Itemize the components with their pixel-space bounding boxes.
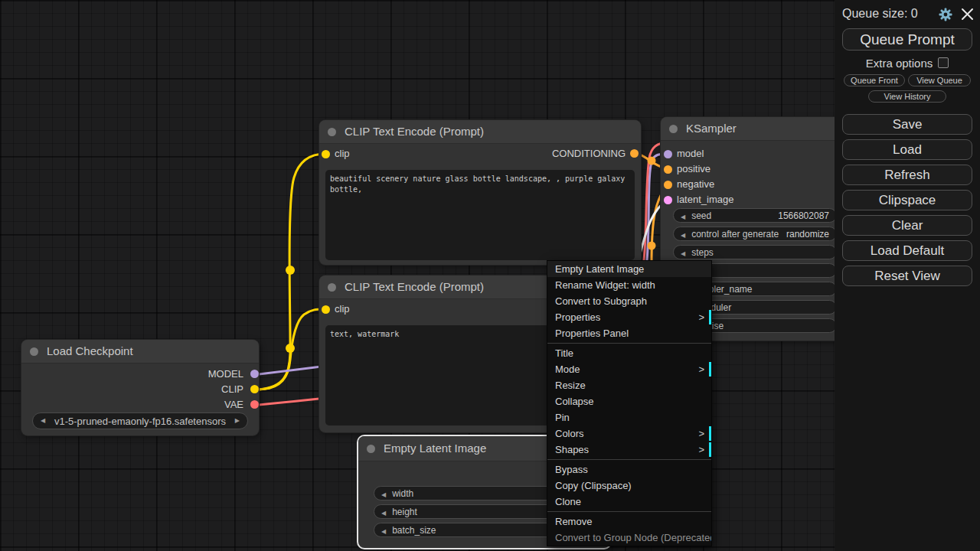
- node-title-bar[interactable]: KSampler: [661, 117, 848, 141]
- link-midpoint-dot[interactable]: [286, 266, 295, 275]
- clear-button[interactable]: Clear: [842, 215, 972, 236]
- view-history-button[interactable]: View History: [868, 90, 946, 103]
- menu-item-copy-clipspace[interactable]: Copy (Clipspace): [547, 478, 711, 494]
- submenu-arrow-icon: >: [698, 425, 704, 442]
- load-default-button[interactable]: Load Default: [842, 240, 972, 261]
- input-label-latent-image: latent_image: [677, 194, 733, 205]
- input-port-clip[interactable]: [322, 150, 330, 158]
- node-title-bar[interactable]: CLIP Text Encode (Prompt): [319, 120, 641, 144]
- clipspace-button[interactable]: Clipspace: [842, 190, 972, 210]
- load-button[interactable]: Load: [842, 139, 972, 160]
- queue-front-button[interactable]: Queue Front: [844, 74, 905, 86]
- menu-item-rename-widget[interactable]: Rename Widget: width: [547, 277, 711, 293]
- widget-control-after-generate[interactable]: control after generaterandomize: [673, 227, 837, 241]
- submenu-arrow-icon: >: [698, 442, 704, 458]
- menu-item-remove[interactable]: Remove: [547, 514, 711, 530]
- menu-item-shapes[interactable]: Shapes>: [547, 442, 711, 458]
- menu-item-resize[interactable]: Resize: [547, 377, 711, 393]
- widget-seed[interactable]: seed1566802087: [673, 208, 837, 223]
- input-port-positive[interactable]: [664, 165, 672, 174]
- widget-ckpt-name[interactable]: v1-5-pruned-emaonly-fp16.safetensors: [32, 412, 248, 429]
- widget-steps[interactable]: steps: [673, 245, 837, 259]
- menu-item-colors[interactable]: Colors>: [547, 425, 711, 442]
- menu-item-clone[interactable]: Clone: [547, 494, 711, 510]
- menu-item-pin[interactable]: Pin: [547, 409, 711, 425]
- stepper-left-icon[interactable]: [381, 507, 392, 517]
- collapse-dot-icon[interactable]: [669, 125, 678, 133]
- menu-item-convert-to-group-node[interactable]: Convert to Group Node (Deprecated): [547, 530, 711, 546]
- widget-label: height: [392, 507, 417, 517]
- input-port-clip[interactable]: [322, 305, 330, 314]
- widget-label: batch_size: [392, 525, 436, 536]
- comfyui-canvas[interactable]: CLIP Text Encode (Prompt) clip CONDITION…: [0, 0, 980, 551]
- menu-item-collapse[interactable]: Collapse: [547, 393, 711, 409]
- input-port-latent-image[interactable]: [664, 196, 672, 204]
- output-label-model: MODEL: [208, 369, 243, 380]
- stepper-left-icon[interactable]: [381, 525, 392, 536]
- menu-item-mode[interactable]: Mode>: [547, 361, 711, 377]
- widget-label: seed: [691, 210, 711, 221]
- menu-divider: [547, 459, 711, 460]
- input-port-negative[interactable]: [664, 181, 672, 189]
- extra-options-row: Extra options: [835, 57, 980, 70]
- menu-item-convert-to-subgraph[interactable]: Convert to Subgraph: [547, 293, 711, 309]
- node-context-menu: Empty Latent Image Rename Widget: width …: [547, 260, 712, 546]
- extra-options-label: Extra options: [866, 57, 933, 70]
- widget-value: v1-5-pruned-emaonly-fp16.safetensors: [54, 416, 226, 427]
- reset-view-button[interactable]: Reset View: [842, 266, 972, 286]
- menu-item-properties-panel[interactable]: Properties Panel: [547, 325, 711, 341]
- stepper-left-icon[interactable]: [681, 229, 691, 240]
- menu-item-bypass[interactable]: Bypass: [547, 461, 711, 478]
- view-queue-button[interactable]: View Queue: [908, 74, 971, 86]
- menu-item-title[interactable]: Title: [547, 345, 711, 361]
- link-midpoint-dot[interactable]: [648, 242, 656, 250]
- input-label-clip: clip: [335, 304, 350, 315]
- prompt-textarea[interactable]: beautiful scenery nature glass bottle la…: [325, 170, 635, 260]
- collapse-dot-icon[interactable]: [328, 283, 336, 292]
- refresh-button[interactable]: Refresh: [842, 165, 972, 185]
- output-port-clip[interactable]: [250, 385, 259, 393]
- submenu-arrow-icon: >: [698, 309, 704, 325]
- output-port-model[interactable]: [250, 370, 259, 378]
- menu-divider: [547, 343, 711, 344]
- output-label-clip: CLIP: [221, 384, 243, 395]
- output-port-conditioning[interactable]: [630, 149, 639, 158]
- node-title: Load Checkpoint: [47, 344, 133, 357]
- collapse-dot-icon[interactable]: [30, 347, 38, 356]
- output-port-vae[interactable]: [250, 400, 259, 409]
- node-load-checkpoint[interactable]: Load Checkpoint MODEL CLIP VAE v1-5-prun…: [21, 340, 259, 435]
- input-label-clip: clip: [335, 148, 350, 159]
- queue-size-label: Queue size: 0: [842, 7, 918, 21]
- menu-divider: [547, 511, 711, 512]
- widget-label: width: [392, 488, 413, 499]
- node-clip-text-encode-positive[interactable]: CLIP Text Encode (Prompt) clip CONDITION…: [319, 120, 641, 265]
- widget-value: randomize: [786, 229, 829, 240]
- queue-sidebar: Queue size: 0 Queue Prompt Extra options…: [835, 0, 980, 551]
- stepper-left-icon[interactable]: [681, 247, 691, 258]
- input-port-model[interactable]: [664, 150, 672, 158]
- context-menu-title: Empty Latent Image: [547, 261, 711, 277]
- extra-options-checkbox[interactable]: [938, 57, 949, 68]
- save-button[interactable]: Save: [842, 114, 972, 135]
- node-title: KSampler: [686, 122, 737, 135]
- input-label-model: model: [677, 148, 704, 159]
- close-icon[interactable]: [961, 8, 974, 21]
- output-label-conditioning: CONDITIONING: [552, 148, 626, 159]
- widget-value: 1566802087: [778, 210, 829, 221]
- menu-item-properties[interactable]: Properties>: [547, 309, 711, 325]
- stepper-left-icon[interactable]: [381, 488, 392, 499]
- settings-gear-icon[interactable]: [938, 7, 953, 22]
- submenu-arrow-icon: >: [698, 361, 704, 377]
- node-title-bar[interactable]: Load Checkpoint: [21, 340, 259, 364]
- input-label-positive: positive: [677, 164, 710, 174]
- collapse-dot-icon[interactable]: [328, 128, 336, 136]
- widget-label: steps: [691, 247, 714, 258]
- node-title: CLIP Text Encode (Prompt): [345, 125, 484, 138]
- link-midpoint-dot[interactable]: [648, 157, 656, 165]
- collapse-dot-icon[interactable]: [367, 445, 375, 453]
- link-midpoint-dot[interactable]: [286, 344, 295, 353]
- node-title: Empty Latent Image: [384, 442, 486, 455]
- stepper-left-icon[interactable]: [681, 210, 691, 221]
- widget-label: control after generate: [691, 229, 779, 240]
- queue-prompt-button[interactable]: Queue Prompt: [842, 28, 972, 51]
